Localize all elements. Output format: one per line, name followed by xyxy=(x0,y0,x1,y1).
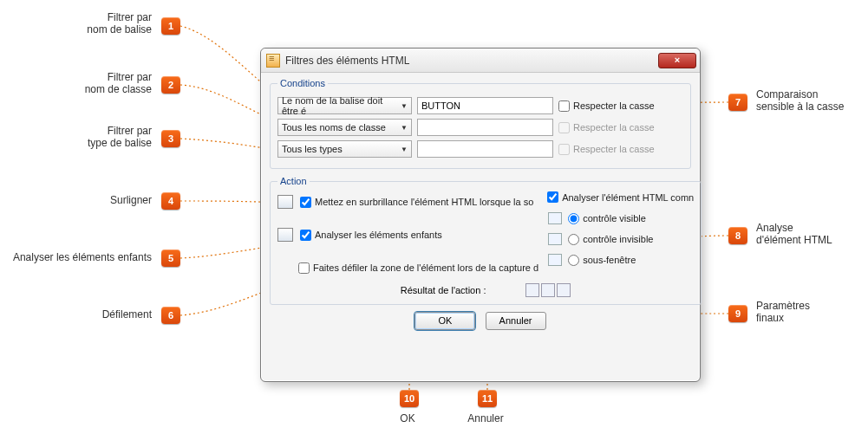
annot-8-badge: 8 xyxy=(728,227,747,244)
tagname-combo-label: Le nom de la balise doit être é xyxy=(282,95,401,116)
annot-6-badge: 6 xyxy=(161,307,180,324)
type-combo[interactable]: Tous les types ▼ xyxy=(277,140,412,158)
visible-radio[interactable]: contrôle visible xyxy=(568,213,646,224)
scroll-checkbox[interactable]: Faites défiler la zone de l'élément lors… xyxy=(298,262,538,274)
action-group: Action Mettez en surbrillance l'élément … xyxy=(270,176,702,305)
result-icon-1 xyxy=(525,283,539,297)
visible-icon xyxy=(547,211,563,225)
annot-11-badge: 11 xyxy=(478,390,497,407)
classname-combo-label: Tous les noms de classe xyxy=(282,122,386,133)
classname-input[interactable] xyxy=(417,119,553,136)
type-input[interactable] xyxy=(417,140,553,158)
annot-2-label: Filtrer parnom de classe xyxy=(48,71,152,95)
annot-3-label: Filtrer partype de balise xyxy=(48,125,152,149)
annot-7-label: Comparaisonsensible à la casse xyxy=(756,88,860,113)
annot-5-label: Analyser les éléments enfants xyxy=(0,251,152,263)
highlight-label: Mettez en surbrillance l'élément HTML lo… xyxy=(315,197,533,207)
subwindow-label: sous-fenêtre xyxy=(583,255,636,265)
children-checkbox[interactable]: Analyser les éléments enfants xyxy=(300,230,442,241)
annot-10-badge: 10 xyxy=(400,390,419,407)
highlight-icon xyxy=(277,195,293,209)
tagname-case-checkbox[interactable]: Respecter la casse xyxy=(558,100,655,112)
type-combo-label: Tous les types xyxy=(282,144,343,154)
visible-label: contrôle visible xyxy=(583,213,646,223)
result-icon-3 xyxy=(557,283,571,297)
app-icon xyxy=(266,54,280,68)
highlight-checkbox[interactable]: Mettez en surbrillance l'élément HTML lo… xyxy=(300,197,533,208)
tagname-input[interactable] xyxy=(417,97,553,114)
chevron-down-icon: ▼ xyxy=(401,124,408,132)
annot-9-badge: 9 xyxy=(728,305,747,322)
annot-6-label: Défilement xyxy=(78,308,152,321)
invisible-label: contrôle invisible xyxy=(583,234,653,244)
parseas-checkbox[interactable]: Analyser l'élément HTML comn xyxy=(547,191,694,203)
subwindow-radio[interactable]: sous-fenêtre xyxy=(568,255,636,266)
case-label: Respecter la casse xyxy=(573,144,655,154)
subwindow-icon xyxy=(547,253,563,267)
annot-1-label: Filtrer parnom de balise xyxy=(48,11,152,36)
type-case-checkbox: Respecter la casse xyxy=(558,144,655,155)
annot-8-label: Analysed'élément HTML xyxy=(756,222,860,246)
close-button[interactable]: × xyxy=(658,53,696,68)
case-label: Respecter la casse xyxy=(573,122,655,133)
cancel-button[interactable]: Annuler xyxy=(486,312,546,330)
annot-10-label: OK xyxy=(373,412,442,424)
chevron-down-icon: ▼ xyxy=(401,146,408,153)
dialog-window: Filtres des éléments HTML × Conditions L… xyxy=(260,48,701,382)
chevron-down-icon: ▼ xyxy=(401,102,408,110)
result-icons xyxy=(525,283,571,297)
close-icon: × xyxy=(675,55,680,65)
conditions-legend: Conditions xyxy=(277,78,328,88)
annot-11-label: Annuler xyxy=(451,412,520,424)
annot-1-badge: 1 xyxy=(161,17,180,35)
annot-5-badge: 5 xyxy=(161,249,180,267)
invisible-radio[interactable]: contrôle invisible xyxy=(568,234,653,245)
annot-3-badge: 3 xyxy=(161,130,180,147)
action-legend: Action xyxy=(277,176,310,186)
children-icon xyxy=(277,228,293,242)
case-label: Respecter la casse xyxy=(573,100,655,111)
titlebar[interactable]: Filtres des éléments HTML × xyxy=(261,49,700,73)
tagname-combo[interactable]: Le nom de la balise doit être é ▼ xyxy=(277,97,412,114)
scroll-label: Faites défiler la zone de l'élément lors… xyxy=(313,262,538,273)
annot-4-badge: 4 xyxy=(161,192,180,210)
result-label: Résultat de l'action : xyxy=(401,285,486,295)
classname-combo[interactable]: Tous les noms de classe ▼ xyxy=(277,119,412,136)
annot-4-label: Surligner xyxy=(87,194,152,206)
annot-9-label: Paramètresfinaux xyxy=(756,300,860,324)
ok-button[interactable]: OK xyxy=(414,312,475,330)
annot-7-badge: 7 xyxy=(728,94,747,111)
dialog-title: Filtres des éléments HTML xyxy=(285,55,658,67)
annot-2-badge: 2 xyxy=(161,76,180,94)
children-label: Analyser les éléments enfants xyxy=(315,230,442,240)
classname-case-checkbox: Respecter la casse xyxy=(558,122,655,133)
invisible-icon xyxy=(547,232,563,246)
parseas-label: Analyser l'élément HTML comn xyxy=(562,192,694,203)
result-icon-2 xyxy=(541,283,555,297)
conditions-group: Conditions Le nom de la balise doit être… xyxy=(270,78,691,169)
